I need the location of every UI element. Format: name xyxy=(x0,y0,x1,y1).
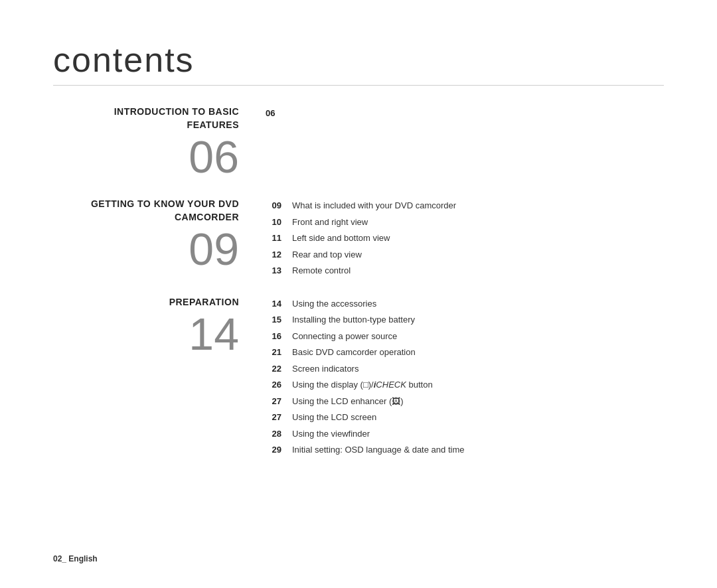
list-item: 26 Using the display (□)/iCHECK button xyxy=(266,378,664,392)
section-intro: INTRODUCTION TO BASICFEATURES 06 06 xyxy=(53,106,664,179)
entry-label: Connecting a power source xyxy=(292,330,397,343)
entry-label: Initial setting: OSD language & date and… xyxy=(292,443,464,457)
list-item: 16 Connecting a power source xyxy=(266,330,664,343)
entry-number: 29 xyxy=(266,445,281,455)
entry-label: Left side and bottom view xyxy=(292,232,390,245)
list-item: 22 Screen indicators xyxy=(266,362,664,376)
contents-table: INTRODUCTION TO BASICFEATURES 06 06 GETT… xyxy=(53,106,664,475)
section-intro-left: INTRODUCTION TO BASICFEATURES 06 xyxy=(53,106,266,179)
list-item: 28 Using the viewfinder xyxy=(266,427,664,441)
section-preparation-left: PREPARATION 14 xyxy=(53,296,266,457)
entry-label: Basic DVD camcorder operation xyxy=(292,346,416,359)
list-item: 15 Installing the button-type battery xyxy=(266,313,664,327)
section-getting: GETTING TO KNOW YOUR DVDCAMCORDER 09 09 … xyxy=(53,198,664,277)
entry-label: Installing the button-type battery xyxy=(292,313,415,327)
section-preparation-right: 14 Using the accessories 15 Installing t… xyxy=(266,296,664,457)
section-preparation-title: PREPARATION xyxy=(53,296,239,309)
entry-number: 11 xyxy=(266,233,281,243)
icheck-text: iCHECK xyxy=(374,380,406,390)
title-section: contents xyxy=(53,40,664,86)
list-item: 12 Rear and top view xyxy=(266,248,664,261)
entry-number: 14 xyxy=(266,299,281,309)
preparation-entries: 14 Using the accessories 15 Installing t… xyxy=(266,297,664,457)
intro-page-num: 06 xyxy=(266,107,664,118)
entry-label: What is included with your DVD camcorder xyxy=(292,199,456,212)
entry-number: 27 xyxy=(266,412,281,422)
section-intro-right: 06 xyxy=(266,106,664,179)
list-item: 27 Using the LCD enhancer (🖼) xyxy=(266,395,664,408)
list-item: 27 Using the LCD screen xyxy=(266,411,664,424)
list-item: 29 Initial setting: OSD language & date … xyxy=(266,443,664,457)
entry-number: 12 xyxy=(266,250,281,259)
section-getting-left: GETTING TO KNOW YOUR DVDCAMCORDER 09 xyxy=(53,198,266,277)
entry-number: 27 xyxy=(266,396,281,406)
list-item: 11 Left side and bottom view xyxy=(266,232,664,245)
section-preparation: PREPARATION 14 14 Using the accessories … xyxy=(53,296,664,457)
entry-label: Front and right view xyxy=(292,216,368,229)
section-intro-title: INTRODUCTION TO BASICFEATURES xyxy=(53,106,239,131)
section-getting-number: 09 xyxy=(53,226,239,271)
section-preparation-number: 14 xyxy=(53,311,239,356)
entry-label: Screen indicators xyxy=(292,362,358,376)
page: contents INTRODUCTION TO BASICFEATURES 0… xyxy=(0,0,717,588)
getting-entries: 09 What is included with your DVD camcor… xyxy=(266,199,664,277)
list-item: 10 Front and right view xyxy=(266,216,664,229)
entry-number: 28 xyxy=(266,429,281,439)
footer: 02_ English xyxy=(53,552,98,564)
entry-number: 15 xyxy=(266,315,281,325)
entry-number: 21 xyxy=(266,347,281,357)
section-getting-right: 09 What is included with your DVD camcor… xyxy=(266,198,664,277)
entry-number: 10 xyxy=(266,217,281,227)
entry-label: Rear and top view xyxy=(292,248,362,261)
entry-label: Remote control xyxy=(292,264,351,277)
list-item: 13 Remote control xyxy=(266,264,664,277)
icheck-bold: i xyxy=(374,380,376,390)
entry-number: 09 xyxy=(266,200,281,210)
entry-number: 16 xyxy=(266,331,281,341)
entry-label: Using the LCD enhancer (🖼) xyxy=(292,395,404,408)
section-getting-title: GETTING TO KNOW YOUR DVDCAMCORDER xyxy=(53,198,239,224)
footer-text: 02_ English xyxy=(53,554,98,563)
list-item: 14 Using the accessories xyxy=(266,297,664,311)
page-title: contents xyxy=(53,40,664,86)
entry-label: Using the LCD screen xyxy=(292,411,376,424)
entry-label: Using the viewfinder xyxy=(292,427,370,441)
entry-number: 26 xyxy=(266,380,281,390)
entry-number: 22 xyxy=(266,364,281,374)
entry-label: Using the display (□)/iCHECK button xyxy=(292,378,433,392)
entry-number: 13 xyxy=(266,265,281,275)
list-item: 21 Basic DVD camcorder operation xyxy=(266,346,664,359)
list-item: 09 What is included with your DVD camcor… xyxy=(266,199,664,212)
section-intro-number: 06 xyxy=(53,134,239,179)
entry-label: Using the accessories xyxy=(292,297,376,311)
